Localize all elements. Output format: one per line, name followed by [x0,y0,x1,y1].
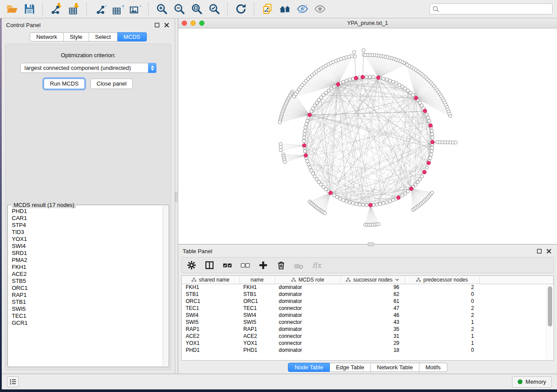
table-row[interactable]: TEC1TEC1connector472 [182,305,554,312]
zoom-in-icon[interactable] [154,2,169,17]
zoom-fit-icon[interactable] [189,2,204,17]
mcds-result-item[interactable]: YOX1 [12,236,163,243]
table-row[interactable]: STB1STB1dominator620 [182,291,554,298]
search-input[interactable] [429,3,553,14]
open-icon[interactable] [4,2,19,17]
graph-ring-node [303,150,307,153]
mcds-result-item[interactable]: ORC1 [12,285,163,292]
tab-motifs[interactable]: Motifs [419,363,447,372]
mcds-result-item[interactable]: STB5 [12,278,163,285]
mcds-result-item[interactable]: GCR1 [12,320,163,327]
table-scrollbar[interactable] [546,284,553,360]
graph-mcds-hub-node[interactable] [427,161,431,165]
tab-edge-table[interactable]: Edge Table [330,363,371,372]
mcds-result-item[interactable]: SWI5 [12,306,163,313]
float-panel-icon[interactable] [153,21,161,28]
plus-icon[interactable] [258,260,268,271]
mcds-result-item[interactable]: STB1 [12,299,163,306]
tab-select[interactable]: Select [89,32,118,41]
table-row[interactable]: SWI5SWI5connector431 [182,319,554,326]
table-toolbar: f(x) [181,257,554,273]
table-row[interactable]: SWI4SWI4dominator462 [182,312,554,319]
graph-mcds-hub-node[interactable] [397,196,401,199]
graph-mcds-hub-node[interactable] [369,203,373,207]
mcds-result-item[interactable]: PHD1 [12,208,163,215]
unselect-all-icon[interactable] [240,260,250,271]
mcds-result-item[interactable]: PMA2 [12,257,163,264]
memory-button[interactable]: Memory [512,376,552,388]
table-row[interactable]: YOX1YOX1connector291 [182,340,554,347]
close-table-panel-icon[interactable] [545,248,553,254]
horizontal-splitter-grip[interactable] [368,242,374,246]
graph-mcds-hub-node[interactable] [414,96,418,100]
import-table-icon[interactable] [66,2,81,17]
graph-mcds-hub-node[interactable] [429,124,432,127]
graph-mcds-hub-node[interactable] [304,154,308,158]
mcds-result-list[interactable]: PHD1CAR1STP4TID3YOX1SWI4SRD1PMA2FKH1ACE2… [8,205,163,367]
save-icon[interactable] [22,2,37,17]
mcds-result-item[interactable]: RAP1 [12,292,163,299]
task-history-button[interactable] [7,376,19,387]
graph-leaf-node [292,95,296,98]
panel-splitter[interactable] [175,18,178,374]
split-columns-icon[interactable] [204,260,214,271]
close-panel-button[interactable]: Close panel [90,79,133,89]
mcds-result-item[interactable]: ACE2 [12,271,163,278]
trash-icon[interactable] [276,260,286,271]
splitter-grip[interactable] [175,192,178,202]
tab-network-table[interactable]: Network Table [371,363,419,372]
export-table-icon[interactable] [110,2,125,17]
column-header-successor-nodes[interactable]: successor nodes [340,276,405,284]
graph-mcds-hub-node[interactable] [422,170,426,174]
column-header-predecessor-nodes[interactable]: predecessor nodes [405,276,479,284]
column-header-shared-name[interactable]: shared name [182,276,239,284]
graph-mcds-hub-node[interactable] [377,76,381,80]
graph-mcds-hub-node[interactable] [336,83,340,86]
graph-mcds-hub-node[interactable] [329,191,332,195]
optimization-criterion-select[interactable]: largest connected component (undirected) [20,63,156,73]
graph-mcds-hub-node[interactable] [431,140,435,144]
hide-selected-eye-icon[interactable] [295,2,310,17]
zoom-out-icon[interactable] [172,2,187,17]
close-panel-icon[interactable] [163,21,170,28]
duplicate-network-icon[interactable] [260,2,275,17]
export-network-icon[interactable] [93,2,107,17]
graph-mcds-hub-node[interactable] [302,144,306,148]
float-table-panel-icon[interactable] [535,248,543,254]
mcds-result-item[interactable]: TEC1 [12,313,163,320]
graph-mcds-hub-node[interactable] [308,113,311,117]
table-row[interactable]: RAP1RAP1dominator352 [182,326,554,333]
network-canvas[interactable] [178,28,557,244]
mcds-result-item[interactable]: SWI4 [12,243,163,250]
tab-style[interactable]: Style [64,32,89,41]
gear-icon[interactable] [186,260,197,271]
table-row[interactable]: ORC1ORC1dominator610 [182,298,554,305]
zoom-selected-icon[interactable] [207,2,221,17]
run-mcds-button[interactable]: Run MCDS [44,79,85,89]
mcds-result-item[interactable]: FKH1 [12,264,163,271]
mcds-list-scrollbar[interactable] [163,206,168,366]
table-row[interactable]: ACE2ACE2connector311 [182,333,554,340]
mcds-result-item[interactable]: CAR1 [12,215,163,222]
graph-mcds-hub-node[interactable] [409,187,413,191]
export-image-icon[interactable] [128,2,142,17]
import-network-icon[interactable] [48,2,63,17]
column-header-MCDS-role[interactable]: MCDS role [275,276,340,284]
column-header-name[interactable]: name [239,276,275,284]
tab-node-table[interactable]: Node Table [288,363,330,372]
mcds-result-item[interactable]: SRD1 [12,250,163,257]
home-icon[interactable] [277,2,292,17]
tab-mcds[interactable]: MCDS [118,32,147,41]
mcds-result-item[interactable]: TID3 [12,229,163,236]
tab-network[interactable]: Network [30,32,64,41]
refresh-icon[interactable] [233,2,248,17]
select-all-checked-icon[interactable] [222,260,232,271]
mcds-result-item[interactable]: STP4 [12,222,163,229]
table-scrollbar-thumb[interactable] [548,286,552,327]
graph-ring-node [303,129,307,133]
graph-mcds-hub-node[interactable] [423,109,427,113]
table-row[interactable]: FKH1FKH1dominator962 [182,284,554,291]
table-row[interactable]: PHD1PHD1dominator180 [182,347,554,354]
graph-mcds-hub-node[interactable] [361,75,365,79]
graph-mcds-hub-node[interactable] [354,76,358,80]
